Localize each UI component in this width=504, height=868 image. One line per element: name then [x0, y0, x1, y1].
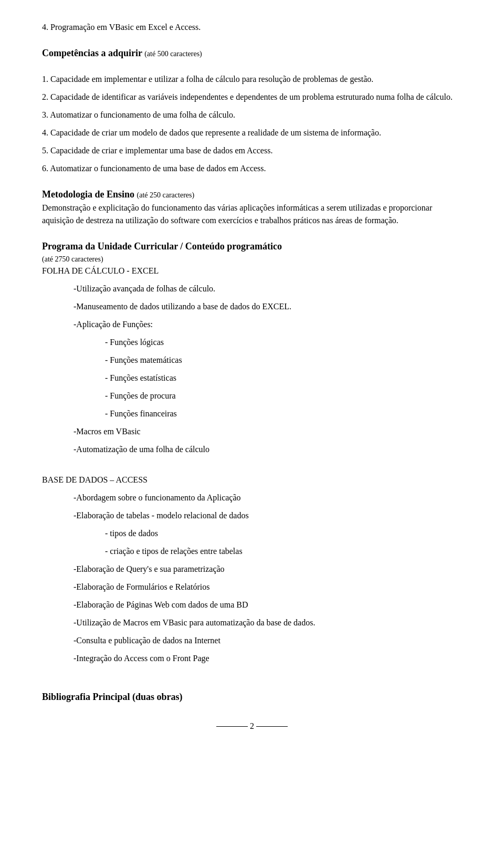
- prog-item-3: -Aplicação de Funções:: [74, 318, 462, 331]
- prog2-item-2: -Elaboração de tabelas - modelo relacion…: [74, 509, 462, 522]
- prog2-item-3: -Elaboração de Query's e sua parametriza…: [74, 563, 462, 576]
- prog2-item-1: -Abordagem sobre o funcionamento da Apli…: [74, 491, 462, 504]
- prog2-item-5: -Elaboração de Páginas Web com dados de …: [74, 599, 462, 611]
- metodologia-heading: Metodologia de Ensino (até 250 caractere…: [42, 187, 462, 202]
- page-divider: 2: [42, 720, 462, 733]
- prog-subitem-3: - Funções estatísticas: [105, 372, 462, 384]
- competencias-heading: Competências a adquirir (até 500 caracte…: [42, 46, 462, 60]
- folha-calcule-title: FOLHA DE CÁLCULO - EXCEL: [42, 265, 462, 277]
- base-dados-title: BASE DE DADOS – ACCESS: [42, 474, 462, 486]
- competencias-section: Competências a adquirir (até 500 caracte…: [42, 46, 462, 175]
- prog2-item-4: -Elaboração de Formulários e Relatórios: [74, 581, 462, 593]
- prog-subitem-5: - Funções financeiras: [105, 407, 462, 420]
- prog2-item-7: -Consulta e publicação de dados na Inter…: [74, 634, 462, 647]
- prog-item-4: -Macros em VBasic: [74, 425, 462, 438]
- programa-heading-note: (até 2750 caracteres): [42, 254, 462, 265]
- prog-subitem-1: - Funções lógicas: [105, 336, 462, 349]
- title-section: 4. Programação em VBasic em Excel e Acce…: [42, 21, 462, 34]
- prog-subitem-2: - Funções matemáticas: [105, 354, 462, 367]
- competencias-item-4: 4. Capacidade de criar um modelo de dado…: [42, 127, 462, 139]
- bibliografia-heading: Bibliografia Principal (duas obras): [42, 690, 462, 704]
- programa-heading: Programa da Unidade Curricular / Conteúd…: [42, 239, 462, 254]
- page-number: 2: [250, 720, 254, 733]
- bibliografia-section: Bibliografia Principal (duas obras): [42, 677, 462, 704]
- prog-item-1: -Utilização avançada de folhas de cálcul…: [74, 283, 462, 295]
- programa-section: Programa da Unidade Curricular / Conteúd…: [42, 239, 462, 665]
- prog-item-2: -Manuseamento de dados utilizando a base…: [74, 300, 462, 313]
- prog2-subitem-1: - tipos de dados: [105, 527, 462, 540]
- competencias-item-5: 5. Capacidade de criar e implementar uma…: [42, 144, 462, 157]
- competencias-item-6: 6. Automatizar o funcionamento de uma ba…: [42, 162, 462, 175]
- prog-subitem-4: - Funções de procura: [105, 390, 462, 402]
- metodologia-section: Metodologia de Ensino (até 250 caractere…: [42, 187, 462, 227]
- competencias-item-3: 3. Automatizar o funcionamento de uma fo…: [42, 109, 462, 121]
- prog2-item-6: -Utilização de Macros em VBasic para aut…: [74, 616, 462, 629]
- prog2-item-8: -Integração do Access com o Front Page: [74, 652, 462, 665]
- title-text: 4. Programação em VBasic em Excel e Acce…: [42, 21, 462, 34]
- competencias-item-2: 2. Capacidade de identificar as variávei…: [42, 91, 462, 103]
- metodologia-text: Demonstração e explicitação do funcionam…: [42, 202, 462, 227]
- prog-item-5: -Automatização de uma folha de cálculo: [74, 443, 462, 456]
- competencias-item-1: 1. Capacidade em implementar e utilizar …: [42, 73, 462, 86]
- prog2-subitem-2: - criação e tipos de relações entre tabe…: [105, 545, 462, 558]
